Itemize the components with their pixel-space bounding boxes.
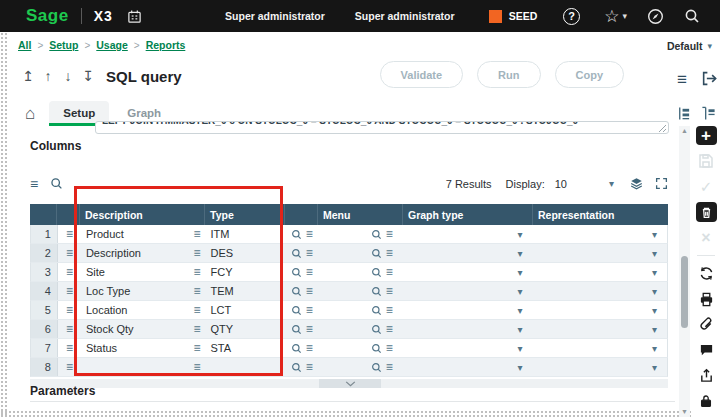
graph-type-cell[interactable]: ▾ — [403, 225, 533, 243]
sage-logo[interactable]: Sage — [26, 6, 69, 26]
copy-button[interactable]: Copy — [555, 61, 625, 88]
description-cell[interactable]: Site ≡ — [81, 263, 206, 281]
sql-query-textarea[interactable]: LEFT JOIN ITMMASTER_0 c ON STOLOC_0 = ST… — [95, 121, 669, 134]
lock-icon[interactable] — [696, 392, 717, 411]
description-cell[interactable]: Loc Type ≡ — [81, 282, 206, 300]
display-page-size[interactable]: 10 — [555, 178, 567, 190]
type-cell[interactable]: TEM — [205, 282, 285, 300]
cell-menu-icon[interactable]: ≡ — [386, 266, 393, 278]
next-record-icon[interactable]: ↓ — [58, 68, 78, 84]
page-menu-icon[interactable]: ≡ — [677, 70, 687, 90]
validate-button[interactable]: Validate — [380, 61, 464, 88]
lookup-icon[interactable] — [371, 248, 382, 259]
user-menu-secondary[interactable]: Super administrator — [355, 10, 455, 22]
cell-menu-icon[interactable]: ≡ — [386, 323, 393, 335]
textarea-resize-handle-icon[interactable] — [658, 124, 667, 133]
navigation-compass-icon[interactable] — [647, 8, 664, 25]
row-drag-handle[interactable]: ≡ — [58, 282, 81, 300]
lookup-icon[interactable] — [371, 362, 382, 373]
favorites-star-icon[interactable]: ☆ — [604, 6, 619, 27]
graph-type-cell[interactable]: ▾ — [403, 320, 533, 338]
row-drag-handle[interactable]: ≡ — [58, 339, 81, 357]
lookup-icon[interactable] — [291, 362, 302, 373]
jump-first-record-icon[interactable]: ↥ — [18, 68, 38, 84]
row-drag-handle[interactable]: ≡ — [58, 263, 81, 281]
new-record-icon[interactable]: + — [696, 126, 717, 145]
lookup-icon[interactable] — [291, 305, 302, 316]
graph-type-cell[interactable]: ▾ — [403, 282, 533, 300]
type-cell[interactable]: QTY — [205, 320, 285, 338]
representation-cell[interactable]: ▾ — [532, 320, 667, 338]
description-cell[interactable]: Status ≡ — [81, 339, 206, 357]
graph-type-cell[interactable]: ▾ — [403, 339, 533, 357]
description-cell[interactable]: Description ≡ — [81, 244, 206, 262]
description-cell[interactable]: ≡ — [81, 358, 206, 376]
breadcrumb-reports[interactable]: Reports — [146, 39, 186, 51]
exit-page-icon[interactable] — [701, 70, 718, 90]
grid-menu-icon[interactable]: ≡ — [30, 176, 38, 192]
cell-actions-icon[interactable]: ≡ — [193, 228, 200, 240]
screen-profile-selector[interactable]: Default ▾ — [667, 40, 712, 52]
lookup-icon[interactable] — [371, 324, 382, 335]
lookup-icon[interactable] — [371, 267, 382, 278]
representation-cell[interactable]: ▾ — [532, 282, 667, 300]
lookup-icon[interactable] — [291, 267, 302, 278]
lookup-icon[interactable] — [291, 286, 302, 297]
description-cell[interactable]: Location ≡ — [81, 301, 206, 319]
header-description[interactable]: Description — [80, 204, 205, 225]
cell-menu-icon[interactable]: ≡ — [306, 285, 313, 297]
cell-menu-icon[interactable]: ≡ — [386, 342, 393, 354]
breadcrumb-usage[interactable]: Usage — [96, 39, 128, 51]
section-outline-icon[interactable] — [676, 106, 691, 121]
lookup-icon[interactable] — [291, 324, 302, 335]
cell-menu-icon[interactable]: ≡ — [306, 304, 313, 316]
breadcrumb-setup[interactable]: Setup — [49, 39, 78, 51]
export-icon[interactable] — [696, 366, 717, 385]
type-cell[interactable]: LCT — [205, 301, 285, 319]
grid-levels-icon[interactable] — [630, 177, 643, 190]
display-caret-icon[interactable]: ▾ — [609, 178, 614, 189]
home-icon[interactable]: ⌂ — [25, 104, 35, 124]
cell-actions-icon[interactable]: ≡ — [193, 361, 200, 373]
cell-actions-icon[interactable]: ≡ — [193, 342, 200, 354]
favorites-caret-icon[interactable]: ▾ — [622, 11, 627, 21]
page-vertical-scrollbar[interactable]: ▲ ▼ — [679, 126, 690, 417]
scroll-down-icon[interactable]: ▼ — [679, 407, 690, 417]
comment-icon[interactable] — [696, 341, 717, 360]
header-representation[interactable]: Representation — [533, 204, 668, 225]
cell-menu-icon[interactable]: ≡ — [306, 342, 313, 354]
cell-actions-icon[interactable]: ≡ — [193, 247, 200, 259]
type-cell[interactable] — [205, 358, 285, 376]
cell-menu-icon[interactable]: ≡ — [386, 285, 393, 297]
attachment-icon[interactable] — [696, 315, 717, 334]
lookup-icon[interactable] — [371, 343, 382, 354]
first-section-icon[interactable] — [701, 106, 716, 121]
grid-expand-chevron-icon[interactable] — [319, 379, 381, 388]
graph-type-cell[interactable]: ▾ — [403, 301, 533, 319]
delete-icon[interactable] — [696, 202, 717, 221]
cell-actions-icon[interactable]: ≡ — [193, 304, 200, 316]
refresh-icon[interactable] — [696, 264, 717, 283]
representation-cell[interactable]: ▾ — [532, 301, 667, 319]
lookup-icon[interactable] — [371, 305, 382, 316]
description-cell[interactable]: Product ≡ — [81, 225, 206, 243]
graph-type-cell[interactable]: ▾ — [403, 358, 533, 376]
grid-horizontal-scrollbar[interactable] — [30, 379, 668, 388]
header-menu[interactable]: Menu — [318, 204, 403, 225]
endpoint-selector[interactable]: SEED — [489, 10, 538, 23]
type-cell[interactable]: ITM — [205, 225, 285, 243]
jump-last-record-icon[interactable]: ↧ — [78, 68, 98, 84]
cell-menu-icon[interactable]: ≡ — [306, 247, 313, 259]
user-menu-primary[interactable]: Super administrator — [225, 10, 325, 22]
representation-cell[interactable]: ▾ — [532, 244, 667, 262]
cell-actions-icon[interactable]: ≡ — [193, 323, 200, 335]
search-icon[interactable] — [684, 8, 700, 24]
scrollbar-thumb[interactable] — [681, 256, 688, 328]
previous-record-icon[interactable]: ↑ — [38, 68, 58, 84]
cell-menu-icon[interactable]: ≡ — [306, 228, 313, 240]
grid-search-icon[interactable] — [50, 177, 63, 190]
representation-cell[interactable]: ▾ — [532, 225, 667, 243]
cell-menu-icon[interactable]: ≡ — [386, 228, 393, 240]
cell-menu-icon[interactable]: ≡ — [306, 266, 313, 278]
lookup-icon[interactable] — [371, 229, 382, 240]
